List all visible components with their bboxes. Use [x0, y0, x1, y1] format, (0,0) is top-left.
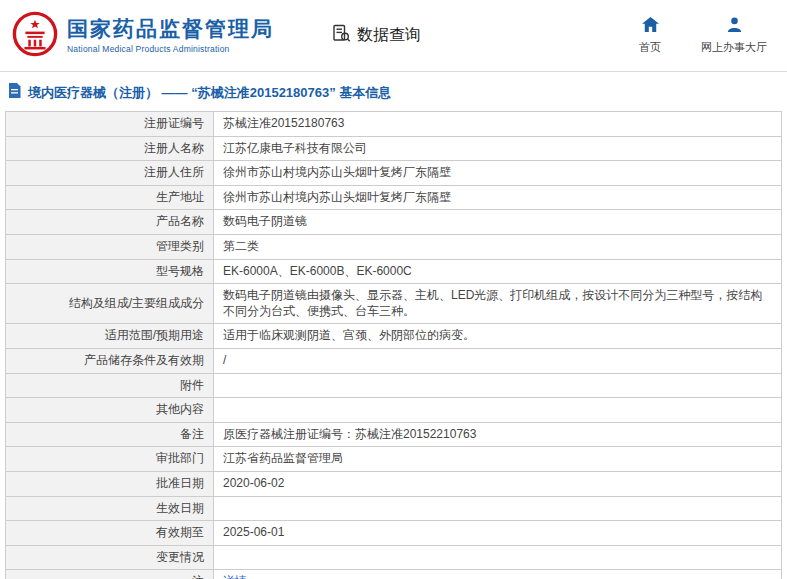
row-label: 型号规格	[6, 259, 214, 284]
row-label: 生效日期	[6, 496, 214, 521]
table-row: 注册人住所徐州市苏山村境内苏山头烟叶复烤厂东隔壁	[6, 161, 782, 186]
row-value: /	[214, 348, 782, 373]
document-icon	[8, 83, 21, 102]
row-label: 产品储存条件及有效期	[6, 348, 214, 373]
agency-title-block: 国家药品监督管理局 National Medical Products Admi…	[67, 17, 274, 53]
table-row: 生产地址徐州市苏山村境内苏山头烟叶复烤厂东隔壁	[6, 185, 782, 210]
table-row: 型号规格EK-6000A、EK-6000B、EK-6000C	[6, 259, 782, 284]
row-label: 有效期至	[6, 521, 214, 546]
row-label: 适用范围/预期用途	[6, 324, 214, 349]
row-label: 变更情况	[6, 545, 214, 570]
row-value: 徐州市苏山村境内苏山头烟叶复烤厂东隔壁	[214, 185, 782, 210]
person-icon	[726, 17, 743, 36]
table-row: 产品名称数码电子阴道镜	[6, 210, 782, 235]
row-label: 其他内容	[6, 398, 214, 423]
row-label: 注册人名称	[6, 136, 214, 161]
national-emblem-icon	[12, 11, 58, 61]
table-row: 管理类别第二类	[6, 234, 782, 259]
row-value: 原医疗器械注册证编号：苏械注准20152210763	[214, 422, 782, 447]
table-row: ●注详情	[6, 570, 782, 579]
row-value	[214, 398, 782, 423]
section-title-bar: 境内医疗器械（注册） —— “苏械注准20152180763” 基本信息	[0, 72, 787, 111]
row-label: 注册人住所	[6, 161, 214, 186]
table-row: 生效日期	[6, 496, 782, 521]
table-row: 批准日期2020-06-02	[6, 471, 782, 496]
table-row: 适用范围/预期用途适用于临床观测阴道、宫颈、外阴部位的病变。	[6, 324, 782, 349]
row-label: 结构及组成/主要组成成分	[6, 284, 214, 324]
table-row: 备注原医疗器械注册证编号：苏械注准20152210763	[6, 422, 782, 447]
home-icon	[642, 17, 659, 36]
page-header: 国家药品监督管理局 National Medical Products Admi…	[0, 0, 787, 72]
page-title: 境内医疗器械（注册） —— “苏械注准20152180763” 基本信息	[28, 84, 391, 102]
table-row: 结构及组成/主要组成成分数码电子阴道镜由摄像头、显示器、主机、LED光源、打印机…	[6, 284, 782, 324]
row-label: 附件	[6, 373, 214, 398]
row-label: 备注	[6, 422, 214, 447]
row-value: 详情	[214, 570, 782, 579]
table-row: 注册人名称江苏亿康电子科技有限公司	[6, 136, 782, 161]
table-row: 有效期至2025-06-01	[6, 521, 782, 546]
row-value: 苏械注准20152180763	[214, 112, 782, 137]
home-label: 首页	[639, 40, 661, 55]
row-value: 数码电子阴道镜	[214, 210, 782, 235]
registration-info-table: 注册证编号苏械注准20152180763注册人名称江苏亿康电子科技有限公司注册人…	[5, 111, 782, 579]
row-value: 2020-06-02	[214, 471, 782, 496]
data-query-icon	[332, 24, 351, 47]
online-hall-label: 网上办事大厅	[701, 40, 767, 55]
detail-link[interactable]: 详情	[223, 574, 247, 579]
table-row: 附件	[6, 373, 782, 398]
row-value	[214, 545, 782, 570]
nav-home[interactable]: 首页	[639, 17, 661, 55]
table-row: 变更情况	[6, 545, 782, 570]
row-label: 管理类别	[6, 234, 214, 259]
nav-online-hall[interactable]: 网上办事大厅	[701, 17, 767, 55]
row-value: 适用于临床观测阴道、宫颈、外阴部位的病变。	[214, 324, 782, 349]
agency-name-en: National Medical Products Administration	[67, 44, 274, 54]
row-label: 注册证编号	[6, 112, 214, 137]
row-value: 江苏省药品监督管理局	[214, 447, 782, 472]
info-table-body: 注册证编号苏械注准20152180763注册人名称江苏亿康电子科技有限公司注册人…	[6, 112, 782, 579]
row-value	[214, 496, 782, 521]
row-value: 江苏亿康电子科技有限公司	[214, 136, 782, 161]
row-label: ●注	[6, 570, 214, 579]
table-row: 注册证编号苏械注准20152180763	[6, 112, 782, 137]
table-row: 产品储存条件及有效期/	[6, 348, 782, 373]
table-row: 审批部门江苏省药品监督管理局	[6, 447, 782, 472]
row-value: 第二类	[214, 234, 782, 259]
data-query-label: 数据查询	[357, 25, 421, 46]
row-label: 批准日期	[6, 471, 214, 496]
row-value: EK-6000A、EK-6000B、EK-6000C	[214, 259, 782, 284]
row-value: 2025-06-01	[214, 521, 782, 546]
table-row: 其他内容	[6, 398, 782, 423]
nav-data-query[interactable]: 数据查询	[332, 24, 421, 47]
row-value: 徐州市苏山村境内苏山头烟叶复烤厂东隔壁	[214, 161, 782, 186]
row-value: 数码电子阴道镜由摄像头、显示器、主机、LED光源、打印机组成，按设计不同分为三种…	[214, 284, 782, 324]
row-label: 产品名称	[6, 210, 214, 235]
row-value	[214, 373, 782, 398]
row-label: 审批部门	[6, 447, 214, 472]
agency-name-cn: 国家药品监督管理局	[67, 17, 274, 41]
row-label: 生产地址	[6, 185, 214, 210]
